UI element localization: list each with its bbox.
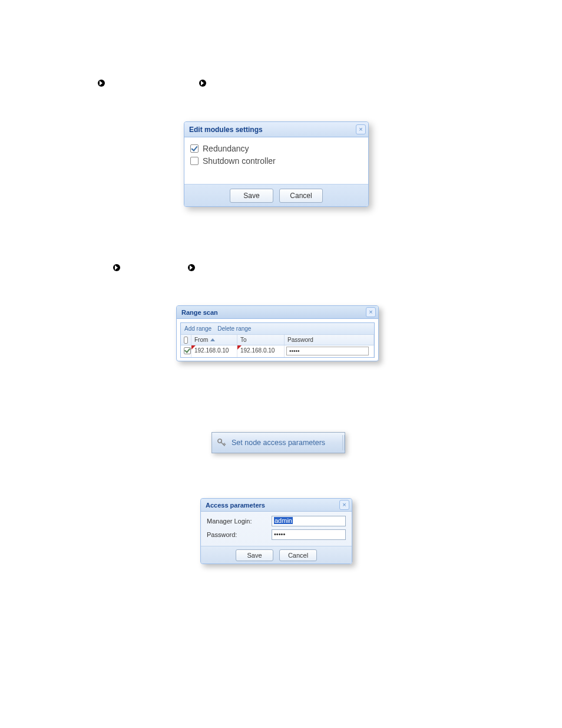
cell-from-value: 192.168.0.10 [194, 347, 229, 354]
key-icon [217, 438, 226, 447]
dirty-flag-icon [237, 345, 242, 350]
access-parameters-dialog: Access parameters × Manager Login: admin… [200, 498, 352, 564]
manager-login-input[interactable]: admin [272, 516, 346, 526]
password-input[interactable]: ••••• [286, 347, 369, 355]
row-checkbox[interactable] [184, 347, 191, 354]
cell-to-value: 192.168.0.10 [240, 347, 275, 354]
table-header: From To Password [181, 335, 374, 345]
dirty-flag-icon [191, 345, 196, 350]
close-icon[interactable]: × [366, 307, 376, 317]
dialog-titlebar[interactable]: Range scan × [177, 306, 378, 319]
column-from[interactable]: From [191, 335, 237, 345]
dialog-title: Edit modules settings [189, 126, 263, 134]
save-button-label: Save [247, 552, 262, 559]
table-row[interactable]: 192.168.0.10 192.168.0.10 ••••• [181, 345, 374, 357]
password-input[interactable]: ••••• [272, 529, 346, 540]
sort-asc-icon [210, 338, 215, 341]
redundancy-label: Redundancy [203, 144, 249, 153]
save-button[interactable]: Save [230, 189, 273, 203]
arrow-right-icon [113, 264, 120, 271]
cancel-button[interactable]: Cancel [279, 189, 323, 203]
dialog-title: Access parameters [206, 502, 265, 509]
column-to-label: To [240, 337, 247, 343]
password-value: ••••• [289, 348, 300, 354]
dialog-titlebar[interactable]: Edit modules settings × [184, 122, 368, 137]
delete-range-button[interactable]: Delete range [217, 325, 251, 332]
add-range-button[interactable]: Add range [184, 325, 211, 332]
column-from-label: From [194, 337, 208, 343]
manager-login-label: Manager Login: [207, 518, 272, 525]
set-node-access-parameters-label: Set node access parameters [232, 439, 325, 447]
range-scan-dialog: Range scan × Add range Delete range From… [176, 305, 379, 361]
cancel-button-label: Cancel [290, 192, 312, 200]
shutdown-controller-checkbox[interactable] [190, 157, 199, 165]
password-value: ••••• [274, 531, 285, 538]
password-label: Password: [207, 531, 272, 538]
set-node-access-parameters-button[interactable]: Set node access parameters [211, 432, 345, 453]
arrow-right-icon [199, 80, 206, 87]
edit-modules-settings-dialog: Edit modules settings × Redundancy Shutd… [184, 121, 369, 207]
cancel-button-label: Cancel [288, 552, 308, 559]
column-password-label: Password [287, 337, 313, 343]
redundancy-checkbox[interactable] [190, 144, 199, 153]
column-to[interactable]: To [237, 335, 285, 345]
save-button[interactable]: Save [236, 549, 273, 561]
column-password[interactable]: Password [285, 335, 374, 345]
select-all-checkbox[interactable] [184, 337, 188, 344]
resize-handle-icon [342, 435, 345, 450]
close-icon[interactable]: × [356, 124, 366, 134]
cell-from[interactable]: 192.168.0.10 [191, 345, 237, 357]
arrow-right-icon [98, 80, 105, 87]
close-icon[interactable]: × [339, 500, 349, 510]
dialog-titlebar[interactable]: Access parameters × [201, 499, 352, 512]
save-button-label: Save [243, 192, 259, 200]
shutdown-controller-label: Shutdown controller [203, 156, 276, 166]
dialog-title: Range scan [181, 309, 218, 316]
cancel-button[interactable]: Cancel [279, 549, 317, 561]
arrow-right-icon [188, 264, 195, 271]
cell-to[interactable]: 192.168.0.10 [237, 345, 285, 357]
manager-login-value: admin [274, 517, 293, 524]
